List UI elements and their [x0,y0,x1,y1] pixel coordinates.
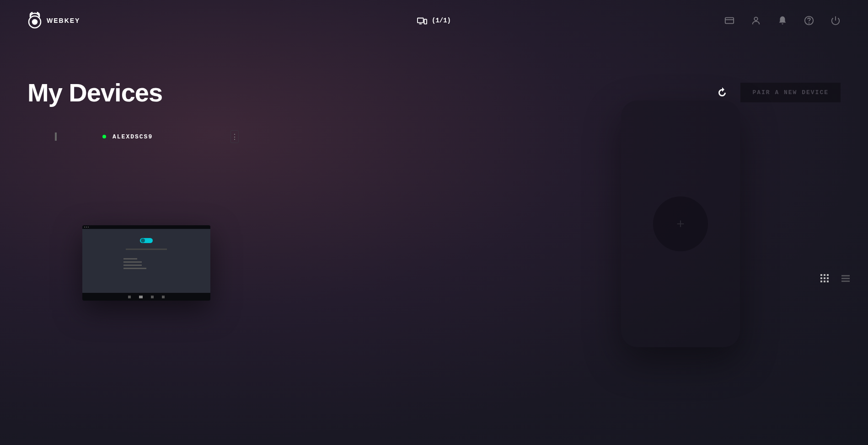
svg-rect-18 [824,281,825,282]
bell-icon[interactable] [777,16,788,26]
header-actions [724,16,841,26]
device-screenshot-thumb[interactable] [82,225,210,301]
device-counter: (1/1) [417,16,451,25]
logo[interactable]: WEBKEY [27,12,80,29]
svg-rect-19 [827,281,829,282]
svg-rect-22 [841,281,850,282]
page-title: My Devices [27,78,162,107]
webkey-logo-icon [27,12,42,29]
svg-rect-21 [841,278,850,279]
svg-rect-11 [820,274,822,276]
svg-point-7 [754,17,757,21]
svg-rect-16 [827,277,829,279]
svg-rect-20 [841,275,850,276]
view-toggle-buttons [820,274,850,282]
pair-device-button[interactable]: PAIR A NEW DEVICE [740,83,841,102]
device-more-button[interactable]: ⋮ [230,130,239,143]
svg-rect-2 [418,18,423,23]
user-icon[interactable] [751,16,761,26]
plus-icon: + [676,216,685,232]
svg-point-9 [809,23,809,23]
device-name-wrap: ALEXDSCS9 [102,133,153,140]
device-checkbox[interactable] [55,132,57,141]
svg-rect-13 [827,274,829,276]
svg-rect-17 [820,281,822,282]
power-icon[interactable] [830,16,841,26]
main-content: My Devices PAIR A NEW DEVICE ALEXDSCS9 ⋮ [0,41,868,301]
svg-rect-14 [820,277,822,279]
app-header: WEBKEY (1/1) [0,0,868,41]
refresh-icon[interactable] [717,87,728,98]
device-name: ALEXDSCS9 [113,133,153,140]
svg-rect-3 [424,19,427,24]
device-count-text: (1/1) [432,17,451,24]
help-icon[interactable] [804,16,814,26]
devices-grid: ALEXDSCS9 ⋮ [27,130,841,301]
grid-view-icon[interactable] [820,274,829,282]
svg-point-1 [32,20,37,24]
device-card[interactable]: ALEXDSCS9 ⋮ [27,130,284,301]
devices-icon [417,16,427,25]
status-online-dot [102,135,106,138]
svg-rect-12 [824,274,825,276]
add-device-card[interactable]: + [621,101,740,347]
billing-icon[interactable] [724,16,734,26]
page-actions: PAIR A NEW DEVICE [717,83,841,102]
brand-name: WEBKEY [47,17,80,24]
list-view-icon[interactable] [841,274,850,282]
svg-rect-15 [824,277,825,279]
add-device-circle: + [653,196,708,251]
svg-rect-5 [725,18,734,24]
device-card-header: ALEXDSCS9 ⋮ [55,130,146,143]
